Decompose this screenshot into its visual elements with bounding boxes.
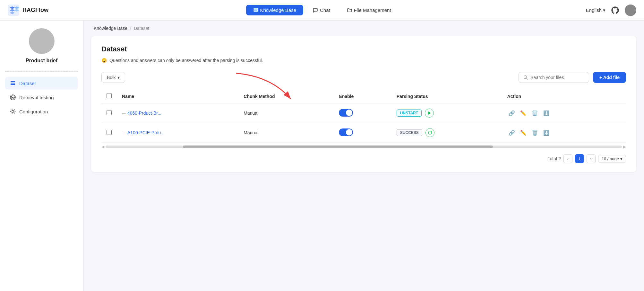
row2-status-badge: SUCCESS	[397, 129, 422, 136]
row1-delete-icon[interactable]: 🗑️	[530, 109, 539, 118]
sidebar-kb-name: Product brief	[26, 58, 58, 64]
scroll-right-arrow[interactable]: ▶	[623, 145, 626, 149]
svg-rect-1	[253, 8, 257, 10]
topnav: RAGFlow Knowledge Base Chat File Managem…	[0, 0, 644, 21]
row1-filename[interactable]: — 4060-Prduct-Br...	[122, 110, 233, 116]
search-box	[519, 72, 589, 83]
database-icon	[253, 8, 258, 13]
app-layout: Product brief Dataset Retrieval testi	[0, 21, 644, 291]
next-page-button[interactable]: ›	[587, 154, 596, 163]
row2-chunk-method: Manual	[238, 123, 334, 143]
svg-rect-2	[253, 10, 257, 12]
nav-right: English ▾	[586, 4, 636, 16]
add-file-button[interactable]: + Add file	[593, 72, 626, 83]
nav-file-management[interactable]: File Management	[340, 5, 398, 15]
row1-name: — 4060-Prduct-Br...	[117, 103, 238, 123]
scroll-track[interactable]	[106, 146, 622, 148]
sidebar-item-retrieval[interactable]: Retrieval testing	[5, 91, 78, 104]
list-icon	[10, 80, 16, 86]
row2-delete-icon[interactable]: 🗑️	[530, 128, 539, 137]
row2-refresh-button[interactable]	[425, 128, 434, 137]
notice-emoji: 😊	[101, 58, 107, 63]
table-body: — 4060-Prduct-Br... Manual	[101, 103, 626, 143]
row1-chunk-method: Manual	[238, 103, 334, 123]
sidebar-dataset-label: Dataset	[19, 81, 36, 86]
refresh-icon	[428, 130, 432, 135]
row1-play-button[interactable]	[425, 109, 434, 118]
chevron-down-icon: ▾	[603, 7, 605, 13]
row1-edit-icon[interactable]: ✏️	[519, 109, 528, 118]
search-icon	[523, 75, 528, 80]
breadcrumb: Knowledge Base / Dataset	[83, 21, 644, 36]
row2-action-cell: 🔗 ✏️ 🗑️ ⬇️	[507, 128, 621, 137]
row2-edit-icon[interactable]: ✏️	[519, 128, 528, 137]
row2-link-icon[interactable]: 🔗	[507, 128, 516, 137]
dataset-notice: 😊 Questions and answers can only be answ…	[101, 58, 626, 63]
notice-text: Questions and answers can only be answer…	[109, 58, 263, 63]
table-header: Name Chunk Method Enable Parsing Status …	[101, 89, 626, 103]
scroll-left-arrow[interactable]: ◀	[101, 145, 104, 149]
th-checkbox	[101, 89, 117, 103]
row2-actions: 🔗 ✏️ 🗑️ ⬇️	[502, 123, 626, 143]
row1-enable	[334, 103, 391, 123]
row1-download-icon[interactable]: ⬇️	[542, 109, 551, 118]
toolbar: Bulk ▾ + Add file	[101, 72, 626, 83]
nav-knowledge-base[interactable]: Knowledge Base	[246, 5, 303, 15]
dataset-table: Name Chunk Method Enable Parsing Status …	[101, 89, 626, 143]
brand-name: RAGFlow	[22, 7, 48, 13]
main-content: Knowledge Base / Dataset Dataset 😊 Quest…	[83, 21, 644, 291]
sidebar-item-configuration[interactable]: Configuration	[5, 105, 78, 118]
row1-action-cell: 🔗 ✏️ 🗑️ ⬇️	[507, 109, 621, 118]
row1-toggle[interactable]	[339, 109, 353, 117]
row2-status: SUCCESS	[391, 123, 502, 143]
svg-point-9	[12, 110, 14, 112]
row2-filename[interactable]: — A100-PCIE-Prdu...	[122, 130, 233, 135]
row2-checkbox-cell	[101, 123, 117, 143]
sidebar-menu: Dataset Retrieval testing Configuration	[5, 77, 78, 118]
brand-logo-icon	[8, 4, 19, 16]
file-dash-icon2: —	[122, 131, 125, 135]
row2-toggle[interactable]	[339, 128, 353, 136]
svg-marker-12	[428, 111, 431, 115]
page-1-button[interactable]: 1	[575, 154, 584, 163]
th-chunk-method: Chunk Method	[238, 89, 334, 103]
row1-checkbox[interactable]	[107, 110, 112, 115]
th-parsing-status: Parsing Status	[391, 89, 502, 103]
github-icon[interactable]	[611, 6, 620, 15]
sidebar-avatar	[29, 28, 55, 54]
sidebar-config-label: Configuration	[19, 109, 48, 114]
pagination: Total 2 ‹ 1 › 10 / page ▾	[101, 150, 626, 163]
language-selector[interactable]: English ▾	[586, 7, 605, 13]
svg-rect-3	[11, 81, 15, 82]
nav-chat[interactable]: Chat	[306, 5, 337, 15]
target-icon	[10, 94, 16, 101]
search-input[interactable]	[530, 75, 582, 80]
row1-actions: 🔗 ✏️ 🗑️ ⬇️	[502, 103, 626, 123]
svg-point-8	[12, 97, 13, 98]
select-all-checkbox[interactable]	[107, 93, 112, 98]
row1-link-icon[interactable]: 🔗	[507, 109, 516, 118]
sidebar-item-dataset[interactable]: Dataset	[5, 77, 78, 90]
toggle-knob	[346, 110, 352, 116]
chat-icon	[313, 8, 318, 13]
scroll-thumb	[183, 146, 493, 148]
prev-page-button[interactable]: ‹	[563, 154, 572, 163]
th-name: Name	[117, 89, 238, 103]
dataset-title: Dataset	[101, 45, 626, 53]
play-icon	[428, 111, 431, 115]
folder-icon	[347, 8, 352, 13]
row2-checkbox[interactable]	[107, 130, 112, 135]
svg-rect-5	[11, 84, 15, 85]
row2-download-icon[interactable]: ⬇️	[542, 128, 551, 137]
brand: RAGFlow	[8, 4, 48, 16]
row1-status: UNSTART	[391, 103, 502, 123]
row1-status-badge: UNSTART	[397, 110, 422, 117]
sidebar: Product brief Dataset Retrieval testi	[0, 21, 83, 291]
toggle-knob2	[346, 129, 352, 136]
breadcrumb-parent[interactable]: Knowledge Base	[94, 26, 127, 31]
horizontal-scrollbar[interactable]: ◀ ▶	[101, 143, 626, 150]
bulk-button[interactable]: Bulk ▾	[101, 72, 125, 83]
user-avatar[interactable]	[625, 4, 636, 16]
per-page-selector[interactable]: 10 / page ▾	[598, 155, 626, 163]
table-row: — 4060-Prduct-Br... Manual	[101, 103, 626, 123]
